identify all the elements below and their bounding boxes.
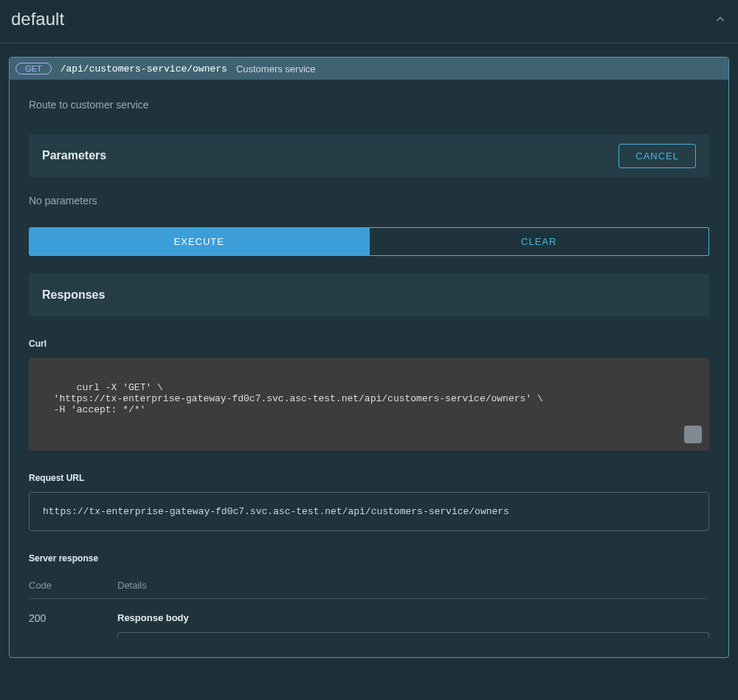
endpoint-description: Route to customer service [29,99,709,111]
endpoint-path: /api/customers-service/owners [61,63,227,74]
response-body-box [117,632,709,638]
request-url-block: https://tx-enterprise-gateway-fd0c7.svc.… [29,492,709,531]
operation-summary[interactable]: GET /api/customers-service/owners Custom… [10,58,728,80]
request-url-label: Request URL [29,473,709,483]
execute-row: Execute Clear [29,227,709,256]
tag-header[interactable]: default [0,0,738,44]
copy-curl-button[interactable] [684,426,702,443]
http-method-badge: GET [15,63,52,74]
execute-button[interactable]: Execute [29,227,370,256]
code-column-header: Code [29,580,117,591]
cancel-button[interactable]: Cancel [618,144,696,168]
server-response-label: Server response [29,553,709,564]
response-details: Response body [117,612,709,638]
tag-title: default [11,9,64,30]
response-body-label: Response body [117,612,709,623]
details-column-header: Details [117,580,709,591]
responses-section-header: Responses [29,274,709,316]
endpoint-summary: Customers service [236,63,316,74]
operation-body: Route to customer service Parameters Can… [10,80,728,657]
responses-title: Responses [42,288,105,302]
parameters-title: Parameters [42,149,106,162]
no-parameters-text: No parameters [29,177,709,227]
curl-command-text: curl -X 'GET' \ 'https://tx-enterprise-g… [42,382,543,415]
parameters-section-header: Parameters Cancel [29,134,709,177]
curl-label: Curl [29,339,709,349]
curl-code-block: curl -X 'GET' \ 'https://tx-enterprise-g… [29,358,709,451]
clipboard-icon [708,439,709,451]
request-url-value: https://tx-enterprise-gateway-fd0c7.svc.… [43,506,509,517]
response-header-row: Code Details [29,572,709,598]
status-code: 200 [29,612,117,638]
chevron-up-icon [714,13,727,26]
clear-button[interactable]: Clear [370,227,710,256]
response-data-row: 200 Response body [29,598,709,638]
operation-block: GET /api/customers-service/owners Custom… [9,57,729,658]
